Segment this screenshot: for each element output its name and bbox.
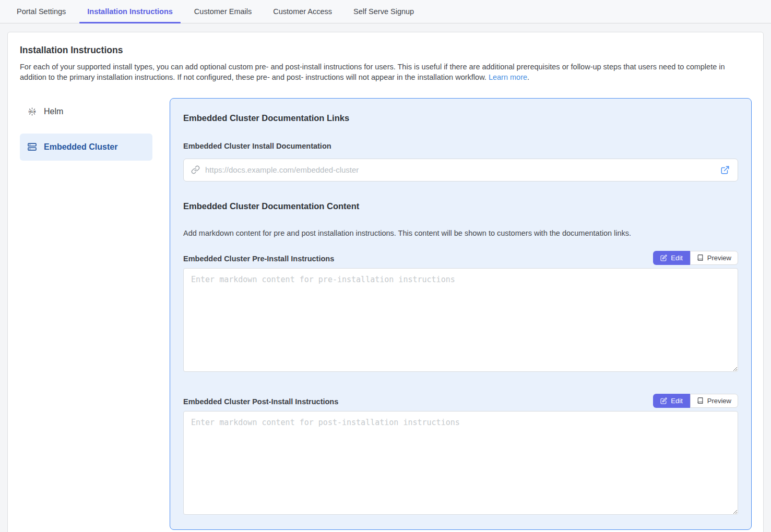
learn-more-period: . <box>527 73 529 81</box>
link-icon <box>191 165 200 174</box>
post-install-mode-toggle: Edit Preview <box>653 394 738 408</box>
tab-customer-access[interactable]: Customer Access <box>273 0 332 23</box>
server-stack-icon <box>27 142 37 151</box>
pre-install-edit-button[interactable]: Edit <box>653 251 690 265</box>
pre-install-preview-button[interactable]: Preview <box>690 251 738 265</box>
embedded-cluster-panel: Embedded Cluster Documentation Links Emb… <box>170 98 752 530</box>
sidebar-item-label: Embedded Cluster <box>44 142 117 152</box>
sidebar-item-helm[interactable]: HELM Helm <box>20 98 152 125</box>
content-row: HELM Helm Embedded Cluster <box>20 98 752 530</box>
installation-instructions-card: Installation Instructions For each of yo… <box>7 32 764 532</box>
pre-install-markdown-textarea[interactable] <box>183 268 738 372</box>
install-doc-url-input[interactable] <box>205 165 714 174</box>
preview-button-label: Preview <box>707 397 731 405</box>
edit-icon <box>660 397 667 404</box>
sidebar-item-embedded-cluster[interactable]: Embedded Cluster <box>20 134 152 161</box>
edit-icon <box>660 255 667 261</box>
tab-self-serve-signup[interactable]: Self Serve Signup <box>353 0 414 23</box>
post-install-edit-button[interactable]: Edit <box>653 394 690 408</box>
install-type-sidebar: HELM Helm Embedded Cluster <box>20 98 152 161</box>
edit-button-label: Edit <box>671 397 682 405</box>
svg-text:HELM: HELM <box>29 110 36 113</box>
pre-install-label: Embedded Cluster Pre-Install Instruction… <box>183 255 334 263</box>
top-tab-bar: Portal Settings Installation Instruction… <box>0 0 771 23</box>
install-documentation-label: Embedded Cluster Install Documentation <box>183 142 738 150</box>
preview-book-icon <box>697 254 704 261</box>
tab-portal-settings[interactable]: Portal Settings <box>17 0 66 23</box>
pre-install-mode-toggle: Edit Preview <box>653 251 738 265</box>
tab-installation-instructions[interactable]: Installation Instructions <box>87 0 173 23</box>
helm-icon: HELM <box>27 107 37 116</box>
post-install-label: Embedded Cluster Post-Install Instructio… <box>183 397 338 406</box>
install-doc-url-box <box>183 159 738 182</box>
page-description: For each of your supported install types… <box>20 62 748 83</box>
pre-install-block: Embedded Cluster Pre-Install Instruction… <box>183 251 738 374</box>
learn-more-link[interactable]: Learn more <box>489 73 527 81</box>
preview-book-icon <box>697 397 704 404</box>
post-install-markdown-textarea[interactable] <box>183 411 738 515</box>
documentation-content-description: Add markdown content for pre and post in… <box>183 229 738 237</box>
documentation-links-heading: Embedded Cluster Documentation Links <box>183 113 738 123</box>
sidebar-item-label: Helm <box>44 107 63 116</box>
tab-customer-emails[interactable]: Customer Emails <box>194 0 252 23</box>
page-title: Installation Instructions <box>20 45 752 56</box>
edit-button-label: Edit <box>671 254 682 262</box>
preview-button-label: Preview <box>707 254 731 262</box>
open-doc-link-button[interactable] <box>719 164 731 176</box>
post-install-preview-button[interactable]: Preview <box>690 394 738 408</box>
documentation-content-heading: Embedded Cluster Documentation Content <box>183 201 738 211</box>
external-link-icon <box>720 165 730 175</box>
post-install-block: Embedded Cluster Post-Install Instructio… <box>183 394 738 517</box>
page-description-text: For each of your supported install types… <box>20 63 725 81</box>
